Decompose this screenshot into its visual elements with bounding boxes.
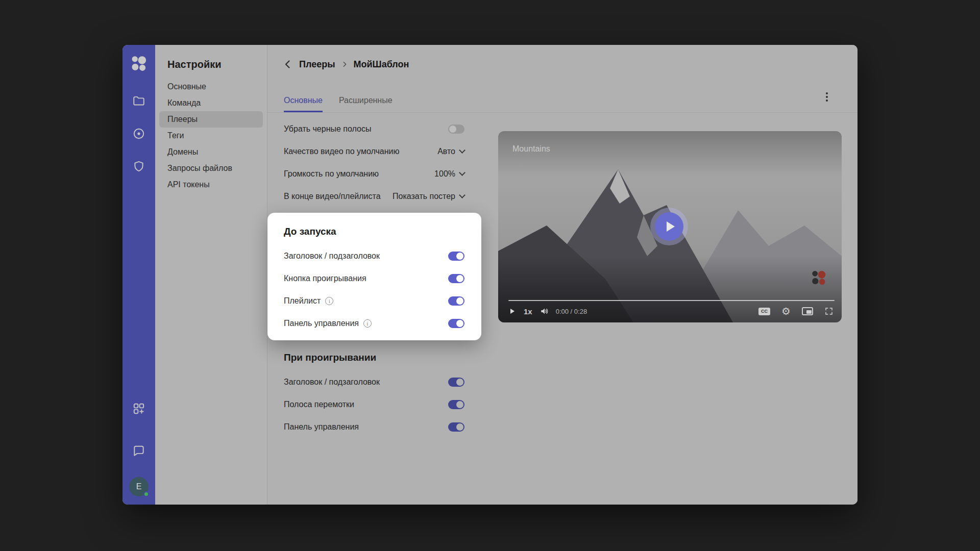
row-control-panel: Панель управления i — [267, 312, 481, 335]
setting-label: Убрать черные полосы — [284, 124, 371, 134]
play-icon — [667, 221, 675, 232]
user-avatar[interactable]: E — [129, 477, 149, 496]
folder-icon[interactable] — [132, 94, 145, 108]
toggle-remove-black-bars[interactable] — [448, 124, 464, 134]
tab-advanced[interactable]: Расширенные — [339, 88, 393, 112]
player-settings-button[interactable]: ⚙ — [781, 306, 791, 316]
toggle-control-panel[interactable] — [448, 319, 464, 328]
sidebar-item-domains[interactable]: Домены — [159, 144, 263, 160]
back-button[interactable] — [282, 58, 294, 70]
row-control-panel-playback: Панель управления — [267, 416, 481, 438]
row-remove-black-bars: Убрать черные полосы — [267, 118, 481, 140]
general-settings: Убрать черные полосы Качество видео по у… — [267, 118, 481, 208]
volume-select[interactable]: 100% — [434, 169, 464, 179]
tab-bar: Основные Расширенные — [284, 88, 393, 112]
pip-button[interactable] — [802, 307, 813, 315]
chevron-down-icon — [459, 169, 465, 176]
setting-label: В конце видео/плейлиста — [284, 192, 381, 201]
speed-button[interactable]: 1x — [524, 307, 532, 316]
settings-nav-list: Основные Команда Плееры Теги Домены Запр… — [155, 79, 267, 193]
quality-select[interactable]: Авто — [437, 147, 464, 156]
sidebar-item-players[interactable]: Плееры — [159, 111, 263, 128]
info-icon[interactable]: i — [325, 297, 333, 305]
avatar-initial: E — [136, 482, 142, 491]
row-default-quality: Качество видео по умолчанию Авто — [267, 140, 481, 163]
tabs-divider — [267, 112, 857, 113]
select-value: Показать постер — [393, 192, 455, 201]
app-logo[interactable] — [130, 55, 148, 72]
setting-label: Заголовок / подзаголовок — [284, 252, 380, 261]
toggle-play-button[interactable] — [448, 274, 464, 283]
setting-label: Громкость по умолчанию — [284, 169, 379, 179]
row-playlist: Плейлист i — [267, 290, 481, 312]
setting-label: Заголовок / подзаголовок — [284, 378, 380, 387]
chevron-right-icon — [340, 60, 349, 68]
setting-label: Плейлист — [284, 296, 321, 306]
nav-rail: E — [122, 45, 155, 505]
volume-button[interactable] — [540, 306, 550, 316]
tab-basic[interactable]: Основные — [284, 88, 323, 112]
breadcrumb-players[interactable]: Плееры — [299, 59, 335, 70]
chevron-down-icon — [459, 192, 465, 198]
toggle-control-panel-playback[interactable] — [448, 422, 464, 432]
info-icon[interactable]: i — [363, 319, 372, 328]
setting-label: Панель управления — [284, 422, 359, 432]
sidebar-item-general[interactable]: Основные — [159, 79, 263, 95]
select-value: 100% — [434, 169, 455, 179]
end-of-video-select[interactable]: Показать постер — [393, 192, 464, 201]
before-start-card: До запуска Заголовок / подзаголовок Кноп… — [267, 213, 481, 340]
chat-icon[interactable] — [132, 444, 145, 458]
online-status-dot — [143, 491, 149, 497]
toggle-seek-bar[interactable] — [448, 400, 464, 409]
toggle-title-subtitle-playback[interactable] — [448, 378, 464, 387]
fullscreen-button[interactable] — [824, 307, 834, 316]
breadcrumb: Плееры МойШаблон — [282, 58, 409, 70]
apps-grid-icon[interactable] — [132, 402, 145, 415]
toggle-playlist[interactable] — [448, 296, 464, 306]
during-playback-section: При проигрывании Заголовок / подзаголово… — [267, 349, 481, 438]
sidebar-item-api-tokens[interactable]: API токены — [159, 177, 263, 193]
live-icon[interactable] — [132, 127, 145, 140]
video-title: Mountains — [512, 144, 550, 154]
row-seek-bar: Полоса перемотки — [267, 393, 481, 416]
row-end-of-video: В конце видео/плейлиста Показать постер — [267, 185, 481, 208]
setting-label: Полоса перемотки — [284, 400, 354, 409]
sidebar-item-tags[interactable]: Теги — [159, 128, 263, 144]
seek-bar[interactable] — [508, 300, 835, 301]
player-preview: Mountains 1x — [498, 131, 842, 322]
app-window: E Настройки Основные Команда Плееры Теги… — [122, 45, 857, 505]
player-right-controls: CC ⚙ — [758, 306, 834, 316]
toggle-title-subtitle[interactable] — [448, 252, 464, 261]
sidebar-item-file-requests[interactable]: Запросы файлов — [159, 160, 263, 177]
row-default-volume: Громкость по умолчанию 100% — [267, 163, 481, 185]
player-controls: 1x 0:00 / 0:28 CC ⚙ — [508, 304, 834, 319]
setting-label: Панель управления — [284, 319, 359, 328]
shield-icon[interactable] — [132, 160, 145, 173]
setting-label: Качество видео по умолчанию — [284, 147, 399, 156]
captions-button[interactable]: CC — [758, 308, 770, 315]
settings-sidebar: Настройки Основные Команда Плееры Теги Д… — [155, 45, 267, 505]
section-title: При проигрывании — [267, 349, 481, 366]
setting-label: Кнопка проигрывания — [284, 274, 366, 283]
breadcrumb-template: МойШаблон — [354, 59, 409, 70]
watermark-logo — [810, 270, 827, 286]
chevron-down-icon — [459, 147, 465, 154]
row-title-subtitle-playback: Заголовок / подзаголовок — [267, 371, 481, 393]
row-title-subtitle: Заголовок / подзаголовок — [267, 245, 481, 267]
big-play-button[interactable] — [655, 212, 683, 241]
time-display: 0:00 / 0:28 — [556, 308, 587, 315]
select-value: Авто — [437, 147, 455, 156]
row-play-button: Кнопка проигрывания — [267, 267, 481, 290]
settings-title: Настройки — [155, 58, 267, 70]
play-button[interactable] — [508, 307, 517, 315]
kebab-menu-button[interactable] — [819, 89, 835, 105]
section-title: До запуска — [267, 223, 481, 240]
desktop-background: E Настройки Основные Команда Плееры Теги… — [0, 0, 980, 551]
sidebar-item-team[interactable]: Команда — [159, 95, 263, 111]
